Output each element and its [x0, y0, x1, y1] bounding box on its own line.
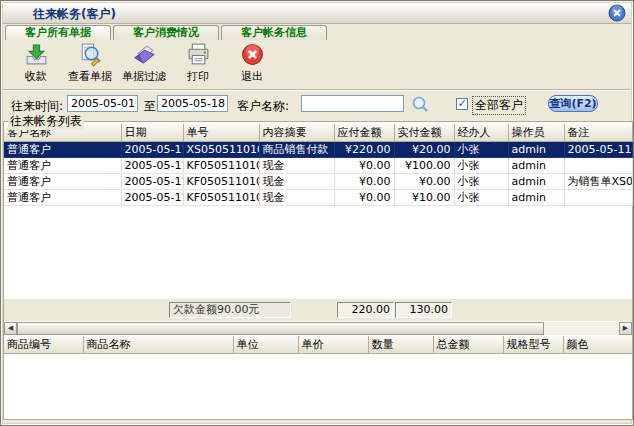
- cell[interactable]: 普通客户: [4, 190, 121, 206]
- cell[interactable]: 2005-05-11: [121, 142, 183, 158]
- date-to-field[interactable]: 2005-05-18: [157, 95, 228, 112]
- toolbar-separator: [3, 89, 631, 91]
- cell[interactable]: 2005-05-11: [121, 190, 183, 206]
- debt-amount-box: 欠款金额90.00元: [169, 302, 291, 318]
- date-from-value: 2005-05-01: [68, 96, 135, 111]
- cell[interactable]: admin: [508, 190, 564, 206]
- transaction-row[interactable]: 普通客户 2005-05-11 KF050511010002 现金 ¥0.00 …: [4, 174, 632, 190]
- print-button[interactable]: 打印: [171, 40, 225, 88]
- query-button[interactable]: 查询(F2): [548, 95, 598, 112]
- cell[interactable]: 普通客户: [4, 142, 121, 158]
- tab-consumption[interactable]: 客户消费情况: [113, 25, 219, 40]
- cell[interactable]: ¥220.00: [334, 142, 394, 158]
- toolbar-label: 单据过滤: [122, 69, 166, 84]
- cell[interactable]: KF050511010003: [183, 190, 259, 206]
- scroll-right-arrow[interactable]: ▶: [619, 322, 632, 335]
- col-total-amount: 总金额: [433, 336, 503, 354]
- cell[interactable]: XS050511010001: [183, 142, 259, 158]
- all-customers-label[interactable]: 全部客户: [472, 96, 526, 115]
- cell[interactable]: 小张: [454, 158, 508, 174]
- cell[interactable]: 为销售单XS0505: [564, 174, 632, 190]
- col-doc-number: 单号: [183, 124, 259, 142]
- scroll-left-arrow[interactable]: ◀: [4, 322, 17, 335]
- cell[interactable]: 商品销售付款: [259, 142, 334, 158]
- view-document-button[interactable]: 查看单据: [63, 40, 117, 88]
- cell[interactable]: 小张: [454, 190, 508, 206]
- filter-document-button[interactable]: 单据过滤: [117, 40, 171, 88]
- tab-account-info[interactable]: 客户帐务信息: [221, 25, 327, 40]
- cell[interactable]: admin: [508, 158, 564, 174]
- close-button[interactable]: [608, 4, 626, 22]
- transactions-group-label: 往来帐务列表: [8, 113, 84, 130]
- cell[interactable]: 现金: [259, 158, 334, 174]
- cell[interactable]: ¥0.00: [334, 174, 394, 190]
- cell[interactable]: 小张: [454, 174, 508, 190]
- col-date: 日期: [121, 124, 183, 142]
- col-paid: 实付金额: [394, 124, 454, 142]
- products-header-row: 商品编号 商品名称 单位 单价 数量 总金额 规格型号 颜色: [4, 336, 632, 354]
- cell[interactable]: KF050511010001: [183, 158, 259, 174]
- search-icon: [411, 95, 429, 113]
- cell[interactable]: ¥0.00: [334, 158, 394, 174]
- customer-name-input[interactable]: [301, 95, 404, 112]
- cell[interactable]: ¥10.00: [394, 190, 454, 206]
- total-paid-box: 130.00: [395, 302, 452, 318]
- cell[interactable]: 小张: [454, 142, 508, 158]
- total-payable-box: 220.00: [337, 302, 394, 318]
- toolbar-label: 打印: [187, 69, 209, 84]
- toolbar-label: 收款: [25, 69, 47, 84]
- cell[interactable]: KF050511010002: [183, 174, 259, 190]
- cell[interactable]: admin: [508, 174, 564, 190]
- cell[interactable]: 普通客户: [4, 174, 121, 190]
- close-icon: [608, 4, 626, 22]
- cell[interactable]: admin: [508, 142, 564, 158]
- col-summary: 内容摘要: [259, 124, 334, 142]
- cell[interactable]: 普通客户: [4, 158, 121, 174]
- cell[interactable]: [564, 190, 632, 206]
- app-window: 往来帐务(客户) 客户所有单据 客户消费情况 客户帐务信息 收款: [0, 0, 634, 426]
- toolbar: 收款 查看单据 单据过滤: [9, 40, 279, 88]
- title-bar: 往来帐务(客户): [3, 3, 631, 24]
- cell[interactable]: 现金: [259, 174, 334, 190]
- cell[interactable]: 2005-05-11: [121, 174, 183, 190]
- date-to-spinner-icon[interactable]: [225, 97, 226, 110]
- transactions-header-row: 客户名称 日期 单号 内容摘要 应付金额 实付金额 经办人 操作员 备注: [4, 124, 632, 142]
- col-color: 颜色: [563, 336, 632, 354]
- cell[interactable]: ¥100.00: [394, 158, 454, 174]
- exit-icon: [240, 42, 265, 67]
- summary-bar: 欠款金额90.00元 220.00 130.00: [4, 299, 632, 321]
- transaction-row[interactable]: 普通客户 2005-05-11 XS050511010001 商品销售付款 ¥2…: [4, 142, 632, 158]
- cell[interactable]: 2005-05-11: [121, 158, 183, 174]
- cell[interactable]: [564, 158, 632, 174]
- cell[interactable]: 2005-05-11付款: [564, 142, 632, 158]
- horizontal-scrollbar[interactable]: ◀ ▶: [4, 322, 632, 335]
- scroll-thumb[interactable]: [17, 322, 544, 335]
- search-customer-button[interactable]: [411, 95, 429, 113]
- transactions-table: 客户名称 日期 单号 内容摘要 应付金额 实付金额 经办人 操作员 备注 普通客…: [4, 124, 633, 206]
- cell[interactable]: ¥0.00: [394, 174, 454, 190]
- col-operator: 操作员: [508, 124, 564, 142]
- products-table: 商品编号 商品名称 单位 单价 数量 总金额 规格型号 颜色: [4, 336, 633, 354]
- cell[interactable]: 现金: [259, 190, 334, 206]
- toolbar-label: 退出: [241, 69, 263, 84]
- col-spec-model: 规格型号: [503, 336, 563, 354]
- col-payable: 应付金额: [334, 124, 394, 142]
- col-product-name: 商品名称: [83, 336, 233, 354]
- transaction-row[interactable]: 普通客户 2005-05-11 KF050511010003 现金 ¥0.00 …: [4, 190, 632, 206]
- tab-bar: 客户所有单据 客户消费情况 客户帐务信息: [5, 25, 329, 40]
- cell[interactable]: ¥0.00: [334, 190, 394, 206]
- cell[interactable]: ¥20.00: [394, 142, 454, 158]
- date-from-spinner-icon[interactable]: [135, 97, 136, 110]
- receive-payment-icon: [24, 42, 49, 67]
- receive-payment-button[interactable]: 收款: [9, 40, 63, 88]
- tab-all-documents[interactable]: 客户所有单据: [5, 25, 111, 40]
- filter-document-icon: [132, 42, 157, 67]
- exit-button[interactable]: 退出: [225, 40, 279, 88]
- transaction-row[interactable]: 普通客户 2005-05-11 KF050511010001 现金 ¥0.00 …: [4, 158, 632, 174]
- col-product-number: 商品编号: [4, 336, 83, 354]
- date-from-field[interactable]: 2005-05-01: [67, 95, 138, 112]
- to-label: 至: [144, 98, 156, 115]
- all-customers-checkbox[interactable]: ✓: [456, 98, 468, 110]
- col-handler: 经办人: [454, 124, 508, 142]
- col-remark: 备注: [564, 124, 632, 142]
